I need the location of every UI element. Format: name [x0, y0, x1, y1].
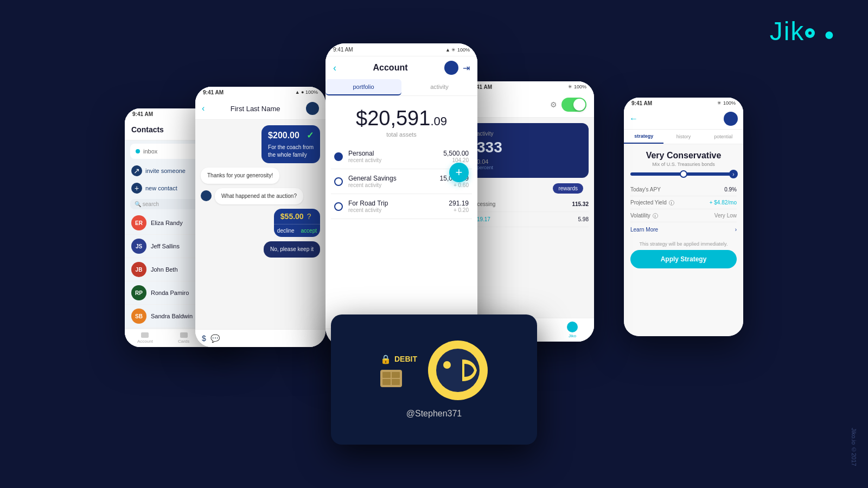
account-list: Personal recent activity 5,500.00 104.20…: [326, 144, 477, 219]
balance-amount: $20,591.09: [331, 107, 472, 130]
contact-name-1: Eliza Randy: [151, 220, 183, 226]
add-contact-icon: +: [131, 183, 142, 194]
phone-account: 9:41 AM ▲ ✳ 100% ‹ Account ⇥ portfolio a…: [326, 43, 477, 347]
strategy-content: Very Conservative Mix of U.S. Treasuries…: [624, 144, 743, 275]
apply-strategy-button[interactable]: Apply Strategy: [630, 250, 737, 268]
strategy-header: ←: [624, 108, 743, 130]
account-header-icons: ⇥: [444, 61, 470, 75]
account-activity-2: recent activity: [348, 182, 397, 188]
message-sent-payment: $200.00 ✓ For the coach fromthe whole fa…: [261, 125, 320, 163]
activity-change: 0.04: [477, 158, 581, 165]
lock-icon: 🔒: [380, 354, 391, 364]
learn-more-row[interactable]: Learn More ›: [630, 222, 737, 237]
tab-history[interactable]: history: [663, 130, 703, 144]
message-request: $55.00 ? decline accept: [274, 209, 320, 237]
account-item-personal[interactable]: Personal recent activity 5,500.00 104.20: [331, 144, 472, 169]
status-bar-4: 9:41 AM ✳ 100%: [464, 81, 594, 92]
dollar-icon[interactable]: $: [202, 334, 206, 343]
contact-name-4: Ronda Pamiro: [151, 290, 189, 296]
cards-nav-icon: [180, 332, 188, 338]
sender-avatar: [201, 190, 212, 201]
settings-icon[interactable]: ⚙: [550, 100, 557, 109]
account-name-1: Personal: [348, 150, 381, 157]
account-value-1: 5,500.00: [443, 150, 469, 157]
status-icons: ▲ ✳ 100%: [445, 47, 470, 53]
apy-value: 0.9%: [724, 187, 737, 192]
tab-portfolio[interactable]: portfolio: [326, 79, 401, 95]
strategy-note: This strategy will be applied immediatel…: [630, 241, 737, 247]
contact-name-5: Sandra Baldwin: [151, 313, 193, 319]
jiko-logo: Jik ●: [770, 16, 835, 46]
rewards-area: rewards: [469, 183, 589, 194]
message-declined: No, please keep it: [264, 241, 320, 258]
nav-jiko-4[interactable]: Jiko: [567, 322, 578, 338]
rewards-badge: rewards: [553, 183, 583, 194]
nav-account[interactable]: Account: [137, 332, 153, 344]
account-name-2: General Savings: [348, 175, 397, 182]
activity-list: processing 115.32 05.19.17 5.98: [464, 197, 594, 227]
payment-note: For the coach fromthe whole family: [268, 144, 314, 159]
new-contact-label: new contact: [145, 185, 177, 191]
profile-icon[interactable]: [444, 61, 458, 75]
volatility-row: Volatility i Very Low: [630, 209, 737, 222]
account-nav-icon: [141, 332, 149, 338]
activity-number: 333: [477, 139, 581, 156]
learn-more-arrow: ›: [735, 227, 737, 233]
account-balance: $20,591.09 total assets: [326, 96, 477, 143]
toggle-knob: [573, 99, 585, 111]
copyright: Jiko.io ©2017: [851, 428, 857, 466]
info-icon-2: i: [653, 213, 658, 219]
activity-item-processing: processing 115.32: [469, 197, 589, 212]
debit-card-left: 🔒 DEBIT: [380, 354, 417, 387]
status-bar-5: 9:41 AM ✳ 100%: [624, 98, 743, 108]
status-time: 9:41 AM: [333, 47, 353, 53]
decline-button[interactable]: decline: [274, 224, 298, 237]
account-tabs: portfolio activity: [326, 79, 477, 96]
account-item-roadtrip[interactable]: For Road Trip recent activity 291.19 + 0…: [331, 194, 472, 219]
add-account-button[interactable]: +: [449, 163, 469, 182]
accept-button[interactable]: accept: [298, 224, 320, 237]
tab-potential[interactable]: potential: [704, 130, 743, 144]
profile-icon-5: [724, 112, 738, 126]
back-button[interactable]: ‹: [202, 104, 205, 113]
apy-label: Today's APY: [630, 187, 661, 192]
phone-strategy: 9:41 AM ✳ 100% ← strategy history potent…: [624, 98, 743, 336]
chat-icon[interactable]: 💬: [210, 334, 220, 343]
activity-label: percent: [477, 165, 581, 170]
strategy-name: Very Conservative: [630, 151, 737, 160]
jiko-icon-4: [567, 322, 578, 332]
status-bar-3: 9:41 AM ▲ ✳ 100%: [326, 43, 477, 56]
contacts-title: Contacts: [131, 125, 164, 134]
contact-avatar-4: RP: [131, 285, 146, 300]
nav-cards[interactable]: Cards: [178, 332, 189, 344]
apy-row: Today's APY 0.9%: [630, 183, 737, 196]
account-activity-3: recent activity: [348, 207, 388, 213]
message-with-avatar: What happened at the auction?: [201, 188, 320, 204]
message-received-2: What happened at the auction?: [215, 188, 303, 204]
message-received-1: Thanks for your generosity!: [201, 168, 279, 184]
account-change-2: + 0.60: [440, 182, 469, 188]
account-page-title: Account: [373, 63, 408, 73]
back-btn[interactable]: ‹: [333, 62, 336, 74]
account-name-3: For Road Trip: [348, 200, 388, 207]
volatility-label: Volatility i: [630, 213, 658, 219]
debit-card: 🔒 DEBIT @Stephen371: [331, 314, 537, 445]
strategy-slider[interactable]: ›: [630, 172, 737, 176]
toggle-switch[interactable]: [561, 98, 586, 112]
toggle-area: ⚙: [464, 92, 594, 118]
invite-icon: ↗: [131, 165, 142, 176]
slider-arrow: ›: [729, 170, 738, 178]
tab-strategy[interactable]: strategy: [624, 130, 663, 144]
tab-activity[interactable]: activity: [401, 79, 477, 95]
strategy-subtitle: Mix of U.S. Treasuries bonds: [630, 162, 737, 167]
contact-avatar-2: JS: [131, 239, 146, 254]
activity-item-date: 05.19.17 5.98: [469, 212, 589, 227]
account-change-3: + 0.20: [449, 207, 469, 213]
back-btn-5[interactable]: ←: [629, 114, 638, 124]
debit-chip: [380, 370, 402, 387]
chat-header: ‹ First Last Name: [195, 98, 326, 120]
logout-icon[interactable]: ⇥: [463, 63, 470, 73]
chat-input-bar: $ 💬: [195, 329, 326, 347]
phone-chat: 9:41 AM ▲ ● 100% ‹ First Last Name $200.…: [195, 87, 326, 347]
contact-name-3: John Beth: [151, 266, 178, 273]
